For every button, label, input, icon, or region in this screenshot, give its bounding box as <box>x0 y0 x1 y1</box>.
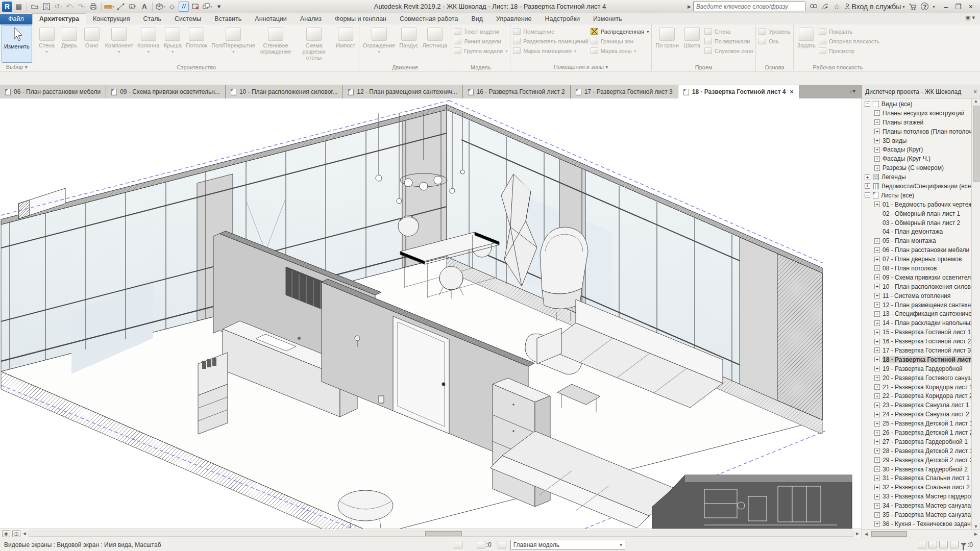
tab-close-icon[interactable]: × <box>790 88 794 95</box>
tree-item[interactable]: 11 - Система отопления <box>862 291 971 300</box>
ribbon-display-toggle[interactable]: ▣ ▾ <box>960 14 980 22</box>
worksets-icon[interactable] <box>477 541 485 548</box>
wall-opening-button[interactable]: Стена <box>704 27 753 36</box>
browser-hscrollbar[interactable]: ◄ ► <box>862 529 980 538</box>
ribbon-tab[interactable]: Анализ <box>293 14 328 24</box>
tree-expander-icon[interactable] <box>874 457 880 463</box>
tree-expander-icon[interactable] <box>874 466 880 472</box>
tree-expander-icon[interactable] <box>874 129 880 134</box>
tree-item[interactable]: Виды (все) <box>862 99 971 109</box>
curtain-system-button[interactable]: Стеновое ограждение <box>257 25 294 55</box>
project-browser-header[interactable]: Диспетчер проекта - ЖК Шоколад × <box>862 85 980 98</box>
ramp-button[interactable]: Пандус <box>397 25 420 49</box>
sign-in-label[interactable]: Вход в службы <box>852 3 901 11</box>
tree-expander-icon[interactable] <box>874 302 880 308</box>
tree-item[interactable]: 3D виды <box>862 136 971 145</box>
tree-item[interactable]: 21 - Развертка Коридора лист 1 <box>862 383 971 392</box>
tree-expander-icon[interactable] <box>874 384 880 390</box>
tree-item[interactable]: 32 - Развертка Спальни лист 2 <box>862 483 971 492</box>
tree-item[interactable]: 17 - Развертка Гостиной лист 3 <box>862 346 971 355</box>
column-button[interactable]: Колонна▾ <box>135 25 161 56</box>
editing-requests-icon[interactable] <box>498 541 506 548</box>
railing-button[interactable]: Ограждение▾ <box>361 25 397 56</box>
ribbon-tab[interactable]: Вид <box>464 14 489 24</box>
tree-expander-icon[interactable] <box>874 347 880 353</box>
ribbon-tab[interactable]: Надстройки <box>538 14 587 24</box>
tree-expander-icon[interactable] <box>874 366 880 371</box>
area-button[interactable]: Распределенная▾ <box>591 27 649 36</box>
hscroll-thumb[interactable] <box>425 531 462 536</box>
tree-expander-icon[interactable] <box>874 156 880 162</box>
canvas-hscrollbar[interactable] <box>29 531 853 537</box>
tree-expander-icon[interactable] <box>865 101 870 107</box>
tree-expander-icon[interactable] <box>874 475 880 481</box>
component-button[interactable]: Компонент▾ <box>103 25 135 56</box>
panel-label-select[interactable]: Выбор ▾ <box>0 64 34 70</box>
tree-item[interactable]: Разрезы (С номером) <box>862 163 971 172</box>
tree-item[interactable]: 08 - План потолков <box>862 264 971 273</box>
tree-expander-icon[interactable] <box>874 439 880 444</box>
tree-item[interactable]: 35 - Развертка Мастер санузла лист 2 <box>862 510 971 519</box>
tree-item[interactable]: 19 - Развертка Гардеробной <box>862 364 971 373</box>
tree-item[interactable]: 07 - План дверных проемов <box>862 255 971 264</box>
aligned-dimension-icon[interactable] <box>116 2 126 12</box>
tree-item[interactable]: Легенды <box>862 172 971 182</box>
ribbon-tab[interactable]: Аннотации <box>248 14 293 24</box>
tree-item[interactable]: 31 - Развертка Спальни лист 1 <box>862 474 971 483</box>
minimize-button[interactable]: – <box>944 3 948 11</box>
drawing-area[interactable] <box>0 98 862 529</box>
level-button[interactable]: Уровень <box>758 27 790 36</box>
sync-icon[interactable]: ↺▾ <box>53 2 63 12</box>
tree-item[interactable]: Фасады (Круг) <box>862 145 971 154</box>
ribbon-tab[interactable]: Файл <box>0 14 32 24</box>
ribbon-tab[interactable]: Совместная работа <box>393 14 464 24</box>
vscroll-thumb[interactable] <box>973 106 979 182</box>
scroll-left-icon[interactable]: ◄ <box>20 531 29 536</box>
doc-tab[interactable]: 12 - План размещения сантехнич... × <box>343 85 462 98</box>
ref-plane-button[interactable]: Опорная плоскость <box>819 37 879 45</box>
doc-tab[interactable]: 18 - Развертка Гостиной лист 4 × <box>678 85 799 98</box>
select-pinned-icon[interactable] <box>950 541 959 548</box>
tree-item[interactable]: 13 - Спецификация сантехнических приборо… <box>862 309 971 318</box>
print-icon[interactable] <box>88 2 99 12</box>
vertical-opening-button[interactable]: По вертикали <box>704 37 753 45</box>
tree-expander-icon[interactable] <box>874 448 880 454</box>
tree-item[interactable]: 12 - План размещения сантехнического обо… <box>862 300 971 310</box>
tree-expander-icon[interactable] <box>874 403 880 408</box>
model-text-button[interactable]: Текст модели <box>454 27 507 36</box>
tree-expander-icon[interactable] <box>874 119 880 125</box>
tree-expander-icon[interactable] <box>874 138 880 143</box>
ribbon-tab[interactable]: Архитектура <box>32 13 86 24</box>
restore-button[interactable]: ❐ <box>955 3 962 11</box>
ribbon-tab[interactable]: Изменить <box>586 14 628 24</box>
room-tag-button[interactable]: Марка помещения▾ <box>513 46 589 55</box>
tree-expander-icon[interactable] <box>874 274 880 280</box>
tree-item[interactable]: 14 - План раскладки напольных покрытий <box>862 318 971 328</box>
tree-expander-icon[interactable] <box>874 485 880 490</box>
stair-button[interactable]: Лестница <box>421 25 450 49</box>
search-expand-icon[interactable]: ▶ <box>688 4 691 9</box>
set-workplane-button[interactable]: Задать <box>795 25 818 49</box>
tab-list-icon[interactable]: ≡▾ <box>845 88 860 94</box>
help-menu-arrow[interactable]: ▾ <box>933 5 935 9</box>
tree-item[interactable]: 15 - Развертка Гостиной лист 1 <box>862 328 971 337</box>
grid-button[interactable]: Ось <box>758 37 790 45</box>
browser-vscrollbar[interactable]: ▲ ▼ <box>971 98 980 529</box>
tree-expander-icon[interactable] <box>874 494 880 499</box>
tree-item[interactable]: 25 - Развертка Детской 1 лист 1 <box>862 419 971 428</box>
tree-expander-icon[interactable] <box>874 238 880 244</box>
show-workplane-button[interactable]: Показать <box>819 27 879 36</box>
ribbon-tab[interactable]: Конструкция <box>86 14 137 24</box>
ribbon-tab[interactable]: Системы <box>168 14 208 24</box>
save-icon[interactable] <box>41 2 52 12</box>
tree-expander-icon[interactable] <box>865 174 870 180</box>
thin-lines-icon[interactable] <box>179 2 189 12</box>
ribbon-tab[interactable]: Формы и генплан <box>328 14 393 24</box>
tree-expander-icon[interactable] <box>874 147 880 153</box>
reveal-hidden-elements-icon[interactable]: ◉ <box>2 530 10 537</box>
app-store-cart-icon[interactable] <box>909 3 917 10</box>
tree-expander-icon[interactable] <box>874 165 880 171</box>
open-icon[interactable] <box>30 2 40 12</box>
tree-expander-icon[interactable] <box>874 320 880 326</box>
tree-expander-icon[interactable] <box>874 311 880 317</box>
